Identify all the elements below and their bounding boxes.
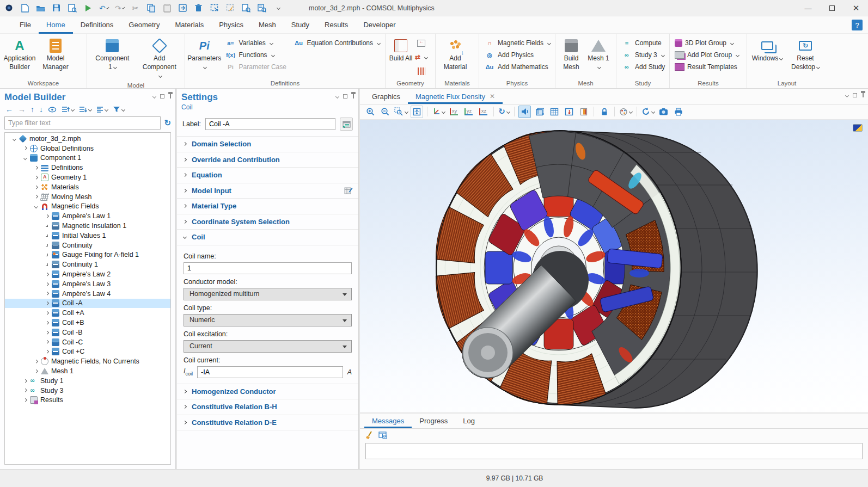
tree-expand-icon[interactable] <box>32 370 40 373</box>
tree-expand-icon[interactable] <box>32 360 40 363</box>
add-plot-group-button[interactable]: Add Plot Group <box>671 49 742 61</box>
float-panel-icon[interactable] <box>160 94 164 98</box>
messages-tab[interactable]: Progress <box>412 414 455 428</box>
add-component-button[interactable]: Add Component <box>142 35 178 82</box>
menu-item[interactable]: Definitions <box>73 16 121 34</box>
section-model-input[interactable]: Model Input <box>177 183 358 199</box>
grid-icon[interactable] <box>548 106 560 118</box>
toolbar-more-icon[interactable] <box>273 3 282 13</box>
back-icon[interactable]: ← <box>5 105 13 114</box>
equation-contributions-button[interactable]: ΔuEquation Contributions <box>290 37 383 49</box>
tree-item[interactable]: Continuity 1 <box>5 260 170 269</box>
move-down-icon[interactable]: ↓ <box>39 105 43 114</box>
environment-icon[interactable] <box>533 106 546 118</box>
compute-button[interactable]: =Compute <box>618 37 668 49</box>
parameters-button[interactable]: Pi Parameters <box>187 35 222 73</box>
coil-type-select[interactable]: Numeric <box>184 314 352 326</box>
color-palette-icon[interactable] <box>619 106 633 118</box>
undo-icon[interactable]: ↶ <box>99 3 108 13</box>
zoom-in-icon[interactable] <box>364 106 377 118</box>
label-input[interactable] <box>205 118 335 130</box>
tree-expand-icon[interactable] <box>21 380 29 383</box>
tree-expand-icon[interactable] <box>43 283 51 286</box>
messages-tab[interactable]: Messages <box>364 414 412 428</box>
section-override-contribution[interactable]: Override and Contribution <box>177 152 358 168</box>
tree-expand-icon[interactable] <box>43 215 51 218</box>
tree-expand-icon[interactable] <box>43 302 51 305</box>
tree-expand-icon[interactable] <box>43 292 51 295</box>
zoom-selection-icon[interactable] <box>241 3 250 13</box>
menu-item[interactable]: Materials <box>167 16 211 34</box>
section-coil[interactable]: Coil <box>177 230 358 245</box>
transparency-icon[interactable] <box>563 106 575 118</box>
tree-item[interactable]: Results <box>5 396 170 405</box>
snapshot-icon[interactable] <box>657 106 670 118</box>
study3-button[interactable]: ∞Study 3 <box>618 49 668 61</box>
functions-button[interactable]: f(x)Functions <box>222 49 290 61</box>
application-builder-button[interactable]: A Application Builder <box>2 35 38 73</box>
add-material-button[interactable]: Add Material <box>437 35 473 73</box>
variables-button[interactable]: a=Variables <box>222 37 290 49</box>
update-icon[interactable] <box>641 106 655 118</box>
menu-item[interactable]: Physics <box>211 16 251 34</box>
coil-current-input[interactable] <box>197 366 343 378</box>
result-templates-button[interactable]: Result Templates <box>671 61 742 73</box>
tree-item[interactable]: Magnetic Insulation 1 <box>5 221 170 231</box>
expand-all-icon[interactable] <box>62 106 74 113</box>
lock-icon[interactable] <box>598 106 610 118</box>
tree-expand-icon[interactable] <box>32 186 40 189</box>
tree-item[interactable]: Continuity <box>5 241 170 250</box>
section-equation[interactable]: Equation <box>177 168 358 183</box>
tree-item[interactable]: Ampère's Law 4 <box>5 289 170 299</box>
3d-plot-group-button[interactable]: 3D Plot Group <box>671 37 742 49</box>
menu-item[interactable]: Mesh <box>251 16 284 34</box>
clear-messages-icon[interactable] <box>365 431 373 440</box>
paste-icon[interactable] <box>162 3 172 13</box>
tree-item[interactable]: motor_3d_2.mph <box>5 134 170 144</box>
tree-item[interactable]: Geometry 1 <box>5 172 170 182</box>
section-material-type[interactable]: Material Type <box>177 199 358 214</box>
search-icon[interactable] <box>257 3 266 13</box>
cut-icon[interactable]: ✂ <box>131 3 140 13</box>
build-mesh-button[interactable]: Build Mesh <box>557 35 585 73</box>
coil-excitation-select[interactable]: Current <box>184 340 352 353</box>
tree-item[interactable]: Global Definitions <box>5 144 170 153</box>
menu-item[interactable]: Geometry <box>121 16 167 34</box>
section-homogenized-conductor[interactable]: Homogenized Conductor <box>177 384 358 400</box>
insert-icon[interactable] <box>178 3 187 13</box>
tree-expand-icon[interactable] <box>32 176 40 179</box>
tree-expand-icon[interactable] <box>43 225 51 227</box>
magnetic-fields-button[interactable]: ∩Magnetic Fields <box>481 37 554 49</box>
pin-panel-icon[interactable] <box>863 93 864 97</box>
tree-expand-icon[interactable] <box>21 157 29 159</box>
tree-item[interactable]: Magnetic Fields, No Currents <box>5 356 170 366</box>
close-tab-icon[interactable]: ✕ <box>490 93 495 100</box>
tree-item[interactable]: Coil -C <box>5 337 170 347</box>
open-file-icon[interactable] <box>36 3 45 13</box>
view-xy-icon[interactable]: xy <box>448 106 460 118</box>
tree-expand-icon[interactable] <box>43 273 51 276</box>
add-physics-button[interactable]: ◎Add Physics <box>481 49 554 61</box>
tree-expand-icon[interactable] <box>43 350 51 353</box>
zoom-box-icon[interactable] <box>394 106 408 118</box>
view-xz-icon[interactable]: xz <box>477 106 490 118</box>
tree-item[interactable]: Coil +A <box>5 308 170 318</box>
panel-menu-icon[interactable] <box>335 94 339 98</box>
tree-expand-icon[interactable] <box>21 147 29 150</box>
table-options-icon[interactable] <box>378 431 387 439</box>
tree-item[interactable]: Coil +C <box>5 347 170 357</box>
mesh1-button[interactable]: Mesh 1 <box>585 35 612 73</box>
tab-graphics[interactable]: Graphics <box>364 89 408 104</box>
tree-item[interactable]: Coil +B <box>5 318 170 328</box>
tree-item[interactable]: Study 3 <box>5 386 170 396</box>
tree-item[interactable]: Ampère's Law 1 <box>5 211 170 221</box>
tree-item[interactable]: Moving Mesh <box>5 192 170 202</box>
close-button[interactable]: ✕ <box>844 0 868 16</box>
clipping-icon[interactable] <box>577 106 590 118</box>
zoom-extents-icon[interactable] <box>411 106 423 118</box>
tree-expand-icon[interactable] <box>43 263 51 266</box>
tree-item[interactable]: Definitions <box>5 163 170 172</box>
tree-expand-icon[interactable] <box>43 331 51 334</box>
windows-button[interactable]: Windows <box>750 35 784 65</box>
graphics-canvas[interactable] <box>360 120 868 412</box>
